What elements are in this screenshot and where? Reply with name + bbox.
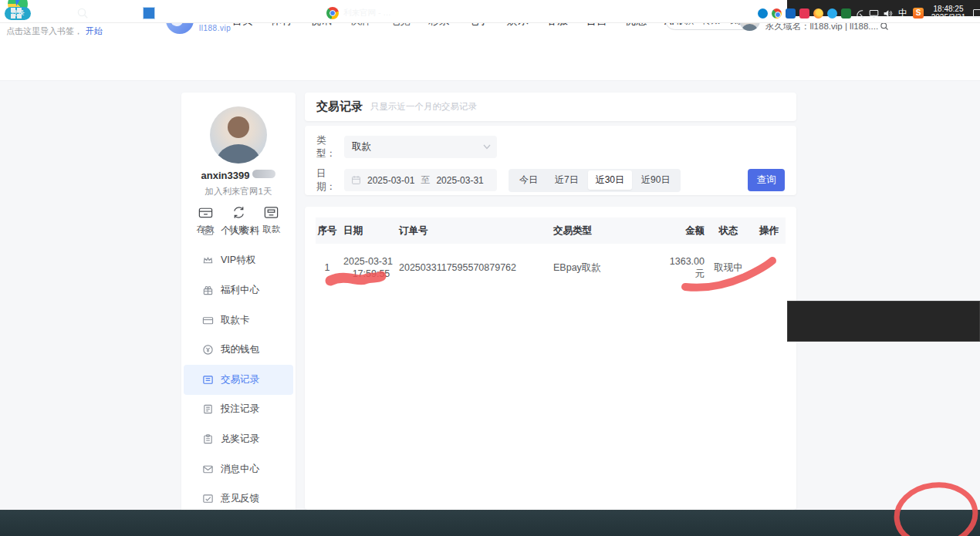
transaction-record-icon: [202, 374, 214, 386]
range-segmented-control: 今日 近7日 近30日 近90日: [509, 169, 681, 192]
tray-firefox-icon[interactable]: [813, 8, 823, 19]
volume-icon[interactable]: [883, 8, 893, 19]
bookmark-import-hint: 点击这里导入书签，开始: [6, 25, 103, 37]
redeem-record-icon: [202, 433, 214, 445]
type-select-value: 取款: [352, 140, 371, 153]
tray-app-icon-1[interactable]: [758, 8, 768, 19]
taskbar-search-button[interactable]: [71, 0, 94, 26]
gift-icon: [202, 285, 214, 296]
range-90d[interactable]: 近90日: [634, 170, 678, 190]
sidebar-item-vip[interactable]: VIP特权: [181, 246, 296, 276]
task-view-icon: [143, 7, 155, 19]
page-title-card: 交易记录 只显示近一个月的交易记录: [305, 93, 796, 121]
sogou-input-icon[interactable]: S: [913, 8, 924, 19]
col-amount: 金额: [661, 224, 705, 238]
bookmark-hint-text: 点击这里导入书签，: [6, 26, 83, 35]
cell-order-no: 2025033117595570879762: [399, 262, 553, 273]
site-header: [0, 40, 980, 81]
sidebar-item-label: 消息中心: [221, 463, 259, 476]
date-to-value: 2025-03-31: [436, 175, 483, 186]
filter-card: 类型： 取款 日期： 2025-03-01 至 2025-03-31 今日 近7…: [305, 126, 796, 195]
bet-record-icon: [202, 403, 214, 415]
id-card-icon: [202, 225, 214, 237]
cell-status: 取现中: [705, 261, 752, 275]
sidebar-item-label: VIP特权: [221, 254, 255, 267]
date-from-value: 2025-03-01: [367, 175, 414, 186]
monitor-icon[interactable]: [869, 8, 879, 19]
sidebar-item-label: 我的钱包: [221, 343, 259, 356]
range-today[interactable]: 今日: [512, 170, 546, 190]
col-index: 序号: [316, 224, 339, 238]
sidebar-item-welfare[interactable]: 福利中心: [181, 275, 296, 305]
chevron-down-icon: [483, 144, 491, 150]
sidebar-item-redeem[interactable]: 兑奖记录: [181, 424, 296, 454]
sidebar-item-bets[interactable]: 投注记录: [181, 395, 296, 425]
ime-indicator[interactable]: 中: [897, 7, 909, 20]
table-row: 1 2025-03-3117:59:55 2025033117595570879…: [316, 244, 786, 292]
calendar-icon: [351, 175, 361, 185]
wallet-coin-icon: [202, 344, 214, 356]
col-type: 交易类型: [553, 224, 661, 238]
tray-app-icon-3[interactable]: [799, 8, 809, 19]
cell-type: EBpay取款: [553, 261, 661, 275]
taskbar: [0, 510, 980, 536]
task-view-button[interactable]: [137, 0, 161, 26]
sidebar-item-withdraw-card[interactable]: 取款卡: [181, 305, 296, 335]
cell-amount: 1363.00元: [661, 255, 705, 280]
windows-logo-icon: [11, 8, 22, 19]
tray-telegram-icon[interactable]: [827, 8, 837, 19]
date-range-input[interactable]: 2025-03-01 至 2025-03-31: [344, 169, 497, 191]
taskbar-highlight: [401, 0, 494, 26]
page-title: 交易记录: [316, 99, 363, 114]
sidebar-item-transactions[interactable]: 交易记录: [184, 365, 293, 395]
envelope-icon: [202, 464, 214, 475]
type-select[interactable]: 取款: [344, 136, 497, 158]
table-header-row: 序号 日期 订单号 交易类型 金额 状态 操作: [316, 217, 786, 244]
satellite-dish-icon[interactable]: [855, 8, 865, 19]
bank-card-icon: [202, 315, 214, 326]
sidebar-item-label: 兑奖记录: [221, 433, 259, 446]
tray-app-icon-4[interactable]: [841, 8, 851, 19]
taskbar-window-title: 利来官网 - 极速浏...: [343, 8, 395, 19]
join-days-text: 加入利来官网1天: [181, 186, 296, 197]
taskbar-window-button[interactable]: 利来官网 - 极速浏...: [320, 0, 401, 26]
cell-index: 1: [316, 262, 339, 273]
date-label: 日期：: [316, 167, 344, 194]
sidebar-item-label: 交易记录: [221, 373, 259, 386]
sidebar-item-wallet[interactable]: 我的钱包: [181, 335, 296, 365]
sidebar-menu: 个人资料 VIP特权 福利中心 取款卡 我的钱包 交易记录 投注记录 兑奖记录: [181, 216, 296, 514]
action-center-icon[interactable]: [973, 9, 980, 18]
clock-date: 2025/3/31: [931, 13, 966, 22]
tray-app-icon-2[interactable]: [786, 8, 796, 19]
redacted-overlay-middle: [787, 301, 980, 342]
col-order-no: 订单号: [399, 224, 553, 238]
type-label: 类型：: [316, 134, 344, 160]
query-button[interactable]: 查询: [748, 169, 785, 191]
date-separator: 至: [421, 174, 430, 187]
clock-time: 18:48:25: [934, 5, 964, 13]
profile-sidebar: anxin3399 加入利来官网1天 存款 转账 取款 个人资料 VIP特权 福…: [181, 93, 296, 510]
sidebar-item-label: 意见反馈: [221, 492, 259, 505]
sidebar-item-label: 取款卡: [221, 314, 250, 327]
cell-date: 2025-03-3117:59:55: [339, 255, 399, 280]
search-icon: [76, 7, 89, 19]
range-30d[interactable]: 近30日: [588, 170, 632, 190]
col-status: 状态: [705, 224, 752, 238]
feedback-icon: [202, 493, 214, 504]
chrome-icon: [326, 7, 339, 19]
sidebar-username: anxin3399: [201, 170, 250, 181]
crown-icon: [202, 255, 214, 266]
bookmark-start-link[interactable]: 开始: [86, 26, 103, 35]
col-action: 操作: [752, 224, 786, 238]
sidebar-item-profile[interactable]: 个人资料: [181, 216, 296, 246]
start-button[interactable]: [6, 0, 26, 26]
avatar-photo[interactable]: [210, 106, 267, 163]
sidebar-item-label: 投注记录: [221, 403, 259, 416]
system-tray: 中 S 18:48:252025/3/31: [758, 0, 980, 26]
col-date: 日期: [339, 224, 399, 238]
taskbar-clock[interactable]: 18:48:252025/3/31: [928, 5, 969, 22]
page-subtitle: 只显示近一个月的交易记录: [370, 101, 477, 113]
tray-chrome-icon[interactable]: [772, 8, 782, 19]
range-7d[interactable]: 近7日: [547, 170, 586, 190]
sidebar-item-messages[interactable]: 消息中心: [181, 454, 296, 484]
